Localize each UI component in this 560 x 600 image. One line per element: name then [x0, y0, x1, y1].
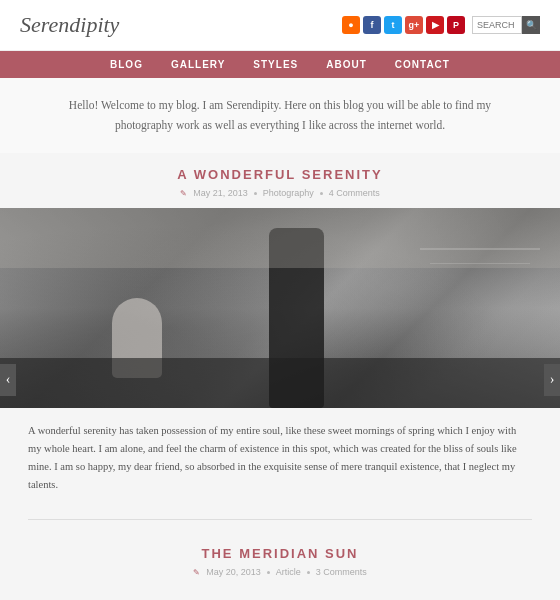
nav-styles[interactable]: STYLES — [253, 59, 298, 70]
twitter-icon[interactable]: t — [384, 16, 402, 34]
site-logo: Serendipity — [20, 12, 119, 38]
search-button[interactable]: 🔍 — [522, 16, 540, 34]
nav-blog[interactable]: BLOG — [110, 59, 143, 70]
right-arrow[interactable]: › — [544, 364, 560, 396]
google-plus-icon[interactable]: g+ — [405, 16, 423, 34]
post-2-title: THE MERIDIAN SUN — [0, 532, 560, 565]
site-header: Serendipity ● f t g+ ▶ P 🔍 — [0, 0, 560, 51]
search-box: 🔍 — [472, 16, 540, 34]
post-2-date: May 20, 2013 — [206, 567, 261, 577]
rss-icon[interactable]: ● — [342, 16, 360, 34]
meta-dot-4 — [307, 571, 310, 574]
photo-background — [0, 208, 560, 408]
meta-dot-3 — [267, 571, 270, 574]
post-1-body: A wonderful serenity has taken possessio… — [0, 408, 560, 507]
welcome-section: Hello! Welcome to my blog. I am Serendip… — [0, 78, 560, 153]
header-icons: ● f t g+ ▶ P 🔍 — [342, 16, 540, 34]
nav-contact[interactable]: CONTACT — [395, 59, 450, 70]
meta-dot-1 — [254, 192, 257, 195]
meta-dot-2 — [320, 192, 323, 195]
post-1-category: Photography — [263, 188, 314, 198]
photo-sky — [0, 208, 560, 268]
post-2-category: Article — [276, 567, 301, 577]
main-navigation: BLOG GALLERY STYLES ABOUT CONTACT — [0, 51, 560, 78]
post-2-body: When, while the lovely valley teems with… — [0, 587, 560, 600]
pinterest-icon[interactable]: P — [447, 16, 465, 34]
photo-ground — [0, 358, 560, 408]
content-area: ‹ › Hello! Welcome to my blog. I am Sere… — [0, 78, 560, 600]
post-2-edit-icon: ✎ — [193, 568, 200, 577]
post-1-meta: ✎ May 21, 2013 Photography 4 Comments — [0, 186, 560, 208]
post-2-meta: ✎ May 20, 2013 Article 3 Comments — [0, 565, 560, 587]
facebook-icon[interactable]: f — [363, 16, 381, 34]
post-1-comments: 4 Comments — [329, 188, 380, 198]
youtube-icon[interactable]: ▶ — [426, 16, 444, 34]
post-1-title: A WONDERFUL SERENITY — [0, 153, 560, 186]
post-1-date: May 21, 2013 — [193, 188, 248, 198]
search-input[interactable] — [472, 16, 522, 34]
post-2-comments: 3 Comments — [316, 567, 367, 577]
post-1: A WONDERFUL SERENITY ✎ May 21, 2013 Phot… — [0, 153, 560, 507]
nav-gallery[interactable]: GALLERY — [171, 59, 225, 70]
post-1-edit-icon: ✎ — [180, 189, 187, 198]
section-divider — [28, 519, 532, 520]
post-2: THE MERIDIAN SUN ✎ May 20, 2013 Article … — [0, 532, 560, 600]
nav-about[interactable]: ABOUT — [326, 59, 367, 70]
left-arrow[interactable]: ‹ — [0, 364, 16, 396]
welcome-text: Hello! Welcome to my blog. I am Serendip… — [40, 96, 520, 135]
post-1-image — [0, 208, 560, 408]
